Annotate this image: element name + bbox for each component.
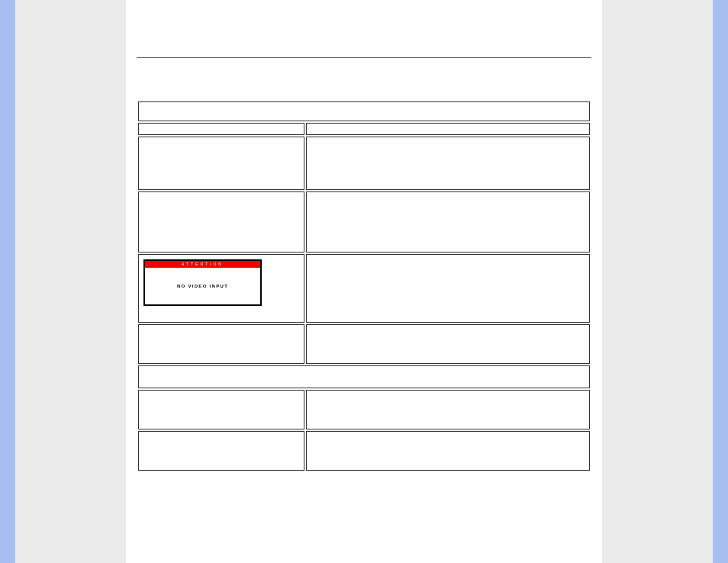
solution-cell <box>306 191 590 253</box>
header-solution <box>306 123 590 135</box>
table-row <box>138 191 590 253</box>
table-row <box>138 137 590 190</box>
divider <box>137 57 591 58</box>
solution-cell <box>306 137 590 190</box>
problem-cell <box>138 137 304 190</box>
table-header-row <box>138 123 590 135</box>
troubleshoot-table: ATTENTION NO VIDEO INPUT <box>137 100 591 472</box>
solution-cell <box>306 324 590 364</box>
attention-box: ATTENTION NO VIDEO INPUT <box>143 259 262 306</box>
table-row: ATTENTION NO VIDEO INPUT <box>138 254 590 323</box>
left-blue-stripe <box>0 0 15 563</box>
content-area: ATTENTION NO VIDEO INPUT <box>126 0 602 563</box>
table-title-row <box>138 101 590 121</box>
section-cell <box>138 365 590 388</box>
problem-cell <box>138 431 304 471</box>
problem-cell <box>138 191 304 253</box>
solution-cell <box>306 431 590 471</box>
table-row <box>138 390 590 429</box>
table-row <box>138 365 590 388</box>
solution-cell <box>306 254 590 323</box>
table-row <box>138 431 590 471</box>
problem-cell-attention: ATTENTION NO VIDEO INPUT <box>138 254 304 323</box>
attention-header: ATTENTION <box>145 261 260 268</box>
left-grey-sidebar <box>15 0 126 563</box>
problem-cell <box>138 324 304 364</box>
header-problem <box>138 123 304 135</box>
page-container: ATTENTION NO VIDEO INPUT <box>0 0 728 563</box>
table-row <box>138 324 590 364</box>
table-title-cell <box>138 101 590 121</box>
right-blue-stripe <box>713 0 728 563</box>
problem-cell <box>138 390 304 429</box>
right-grey-sidebar <box>602 0 713 563</box>
attention-body: NO VIDEO INPUT <box>145 268 260 304</box>
solution-cell <box>306 390 590 429</box>
